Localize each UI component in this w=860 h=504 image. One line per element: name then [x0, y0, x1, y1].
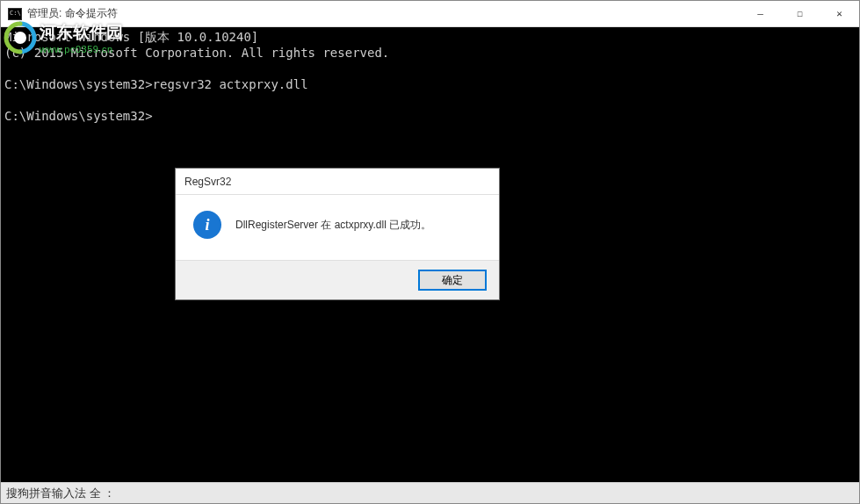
cmd-icon	[8, 8, 22, 20]
minimize-button[interactable]: —	[741, 1, 780, 26]
terminal-line: Microsoft Windows [版本 10.0.10240]	[4, 30, 258, 44]
dialog-title[interactable]: RegSvr32	[176, 169, 499, 195]
regsvr-dialog: RegSvr32 i DllRegisterServer 在 actxprxy.…	[175, 168, 500, 300]
terminal-line: C:\Windows\system32>	[4, 109, 153, 123]
dialog-footer: 确定	[176, 260, 499, 299]
ok-button[interactable]: 确定	[418, 270, 487, 291]
terminal-line: C:\Windows\system32>regsvr32 actxprxy.dl…	[4, 77, 308, 91]
window-title: 管理员: 命令提示符	[27, 6, 741, 21]
window-titlebar: 管理员: 命令提示符 — ☐ ✕	[1, 1, 859, 27]
ime-status-bar[interactable]: 搜狗拼音输入法 全 ：	[1, 482, 859, 503]
dialog-message: DllRegisterServer 在 actxprxy.dll 已成功。	[235, 218, 431, 233]
terminal-line: (c) 2015 Microsoft Corporation. All righ…	[4, 46, 389, 60]
maximize-button[interactable]: ☐	[780, 1, 820, 26]
window-controls: — ☐ ✕	[741, 1, 859, 26]
ime-text: 搜狗拼音输入法 全 ：	[6, 486, 115, 501]
info-icon: i	[193, 211, 221, 239]
close-button[interactable]: ✕	[820, 1, 859, 26]
dialog-body: i DllRegisterServer 在 actxprxy.dll 已成功。	[176, 195, 499, 260]
info-icon-glyph: i	[205, 216, 209, 234]
